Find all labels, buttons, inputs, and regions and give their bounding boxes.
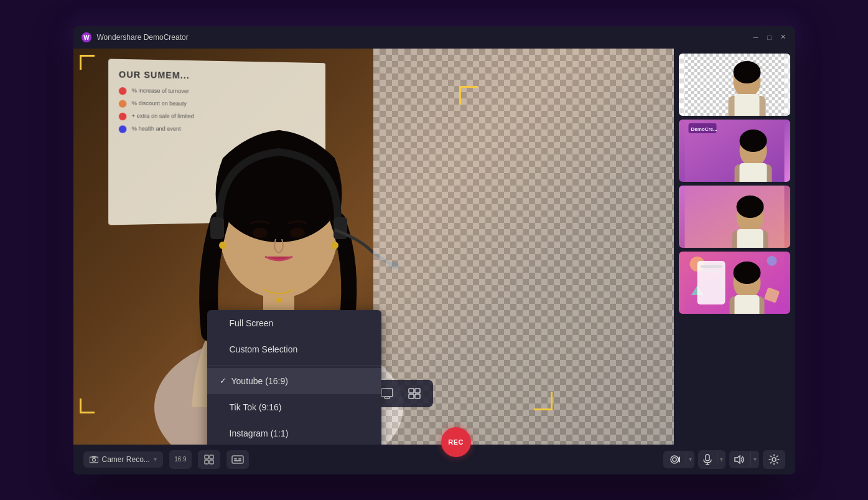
- svg-rect-64: [232, 456, 243, 463]
- mic-arrow[interactable]: ▾: [717, 452, 726, 466]
- svg-rect-62: [205, 460, 208, 464]
- svg-point-12: [276, 298, 281, 303]
- thumb-svg-1: [679, 54, 790, 116]
- svg-rect-70: [706, 455, 709, 461]
- svg-rect-60: [205, 455, 208, 459]
- speaker-dropdown: ▾: [729, 451, 759, 468]
- close-button[interactable]: ✕: [779, 33, 788, 42]
- camera-mode-dropdown[interactable]: Camer Reco... ▾: [83, 451, 163, 468]
- svg-point-74: [772, 458, 776, 461]
- vc-layout-btn[interactable]: [403, 385, 426, 402]
- corner-bracket-bl: [80, 399, 95, 413]
- thumbnail-colorful[interactable]: [679, 252, 790, 314]
- dropdown-item-tiktok[interactable]: Tik Tok (9:16): [207, 394, 381, 420]
- svg-rect-19: [409, 389, 414, 393]
- svg-point-30: [733, 61, 760, 83]
- window-controls: ─ □ ✕: [752, 33, 788, 42]
- svg-rect-56: [700, 270, 717, 271]
- svg-rect-9: [210, 217, 224, 239]
- svg-point-42: [736, 196, 763, 218]
- dropdown-item-custom-selection[interactable]: Custom Selection: [207, 336, 381, 362]
- svg-rect-21: [409, 394, 414, 399]
- camera-icon: [90, 456, 98, 463]
- captions-button[interactable]: [226, 450, 249, 469]
- whiteboard-title: OUR SUMEM...: [118, 69, 315, 82]
- main-content: OUR SUMEM... % increase of turnover % di…: [73, 49, 795, 445]
- app-window: W Wondershare DemoCreator ─ □ ✕ OUR SUME…: [73, 26, 795, 474]
- mic-icon-button[interactable]: [698, 450, 717, 469]
- svg-rect-20: [415, 389, 420, 393]
- app-title: Wondershare DemoCreator: [97, 33, 752, 42]
- svg-marker-73: [735, 456, 740, 463]
- toolbar-right-group: ▾ ▾: [663, 450, 785, 469]
- pattern-icon-button[interactable]: [198, 450, 220, 469]
- thumb-svg-3: [679, 186, 790, 248]
- mic-dropdown: ▾: [698, 450, 726, 469]
- maximize-button[interactable]: □: [765, 33, 774, 42]
- svg-rect-65: [234, 458, 237, 460]
- svg-rect-32: [734, 94, 759, 116]
- thumb-content-1: [679, 54, 790, 116]
- svg-rect-44: [737, 229, 763, 248]
- pattern-icon: [204, 455, 214, 465]
- svg-rect-59: [92, 456, 96, 458]
- speaker-icon-button[interactable]: [729, 451, 750, 468]
- svg-rect-39: [739, 163, 767, 182]
- svg-rect-18: [385, 397, 390, 399]
- thumb-inner-3: [679, 186, 790, 248]
- webcam-arrow[interactable]: ▾: [686, 452, 694, 466]
- title-bar: W Wondershare DemoCreator ─ □ ✕: [73, 26, 795, 49]
- bottom-toolbar-wrapper: Camer Reco... ▾ 16:9: [73, 445, 795, 474]
- svg-point-37: [739, 130, 767, 152]
- svg-rect-63: [210, 460, 213, 464]
- thumb-svg-4: [679, 252, 790, 314]
- dropdown-item-full-screen[interactable]: Full Screen: [207, 310, 381, 336]
- settings-button[interactable]: [763, 450, 785, 469]
- svg-point-47: [767, 256, 777, 266]
- captions-icon: [231, 455, 244, 464]
- thumb-svg-2: DemoCre...: [679, 120, 790, 182]
- thumbnail-pink[interactable]: [679, 186, 790, 248]
- thumbnail-transparent[interactable]: [679, 54, 790, 116]
- bottom-toolbar: Camer Reco... ▾ 16:9: [73, 445, 795, 474]
- svg-rect-17: [381, 389, 393, 397]
- app-logo: W: [81, 32, 92, 43]
- preview-area: OUR SUMEM... % increase of turnover % di…: [73, 49, 674, 445]
- inner-bracket-tl: [459, 86, 478, 105]
- svg-text:W: W: [83, 34, 90, 41]
- svg-point-51: [733, 262, 760, 284]
- svg-rect-10: [334, 217, 347, 239]
- thumb-inner-2: DemoCre...: [679, 120, 790, 182]
- settings-icon: [768, 454, 780, 465]
- svg-point-14: [331, 242, 338, 249]
- wb-bullet-1: [118, 87, 126, 94]
- dropdown-divider: [207, 365, 381, 366]
- minimize-button[interactable]: ─: [752, 33, 760, 42]
- webcam-dropdown: ▾: [663, 451, 694, 468]
- svg-rect-53: [734, 295, 759, 314]
- svg-point-8: [290, 228, 305, 238]
- wb-text-1: % increase of turnover: [131, 87, 189, 95]
- inner-bracket-br: [534, 392, 553, 410]
- thumb-inner-4: [679, 252, 790, 314]
- side-panel: DemoCre...: [674, 49, 795, 445]
- thumbnail-brand[interactable]: DemoCre...: [679, 120, 790, 182]
- webcam-icon-button[interactable]: [663, 451, 686, 468]
- svg-rect-55: [700, 265, 722, 268]
- svg-point-68: [671, 456, 678, 463]
- thumb-inner-1: [679, 54, 790, 116]
- svg-rect-66: [238, 458, 241, 460]
- aspect-ratio-button[interactable]: 16:9: [169, 450, 192, 469]
- webcam-icon: [668, 455, 681, 465]
- corner-bracket-tl: [80, 55, 95, 70]
- svg-point-7: [253, 228, 268, 238]
- svg-rect-61: [210, 455, 213, 459]
- record-button[interactable]: REC: [441, 427, 471, 457]
- dropdown-item-youtube[interactable]: Youtube (16:9): [207, 368, 381, 394]
- svg-point-69: [673, 458, 676, 461]
- speaker-icon: [734, 455, 745, 465]
- svg-text:DemoCre...: DemoCre...: [691, 126, 717, 132]
- svg-rect-67: [234, 460, 241, 461]
- speaker-arrow[interactable]: ▾: [750, 452, 759, 466]
- dropdown-item-instagram[interactable]: Instagram (1:1): [207, 420, 381, 445]
